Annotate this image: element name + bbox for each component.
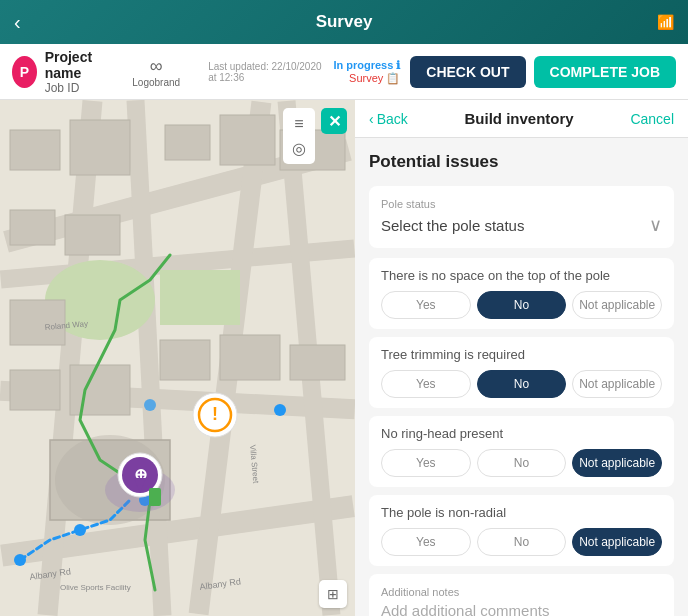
additional-notes-field[interactable]: Additional notes Add additional comments…	[369, 574, 674, 616]
last-updated: Last updated: 22/10/2020 at 12:36	[208, 61, 325, 83]
complete-job-button[interactable]: COMPLETE JOB	[534, 56, 676, 88]
toggle-yes-4[interactable]: Yes	[381, 528, 471, 556]
project-name: Project name	[45, 49, 113, 81]
brand-name: Logobrand	[132, 77, 180, 88]
expand-icon: ⊞	[327, 586, 339, 602]
chevron-down-icon: ∨	[649, 214, 662, 236]
svg-rect-9	[10, 130, 60, 170]
question-text-3: No ring-head present	[381, 426, 662, 441]
svg-rect-39	[149, 488, 161, 506]
additional-notes-placeholder: Add additional comments	[381, 602, 662, 616]
toggle-no-4[interactable]: No	[477, 528, 567, 556]
question-text-1: There is no space on the top of the pole	[381, 268, 662, 283]
job-id: Job ID	[45, 81, 113, 95]
map-controls: ≡ ◎	[283, 108, 315, 164]
toggle-no-1[interactable]: No	[477, 291, 567, 319]
nav-back-button[interactable]: ‹ Back	[369, 111, 408, 127]
map-zoom-button[interactable]: ⊞	[319, 580, 347, 608]
toggle-na-2[interactable]: Not applicable	[572, 370, 662, 398]
toggle-yes-1[interactable]: Yes	[381, 291, 471, 319]
map-layers-button[interactable]: ≡	[287, 112, 311, 136]
svg-rect-22	[220, 335, 280, 380]
project-icon: P	[12, 56, 37, 88]
project-info: P Project name Job ID ∞ Logobrand Last u…	[12, 49, 333, 95]
svg-point-30	[274, 404, 286, 416]
status-area: In progress ℹ Survey 📋	[333, 59, 400, 85]
section-title: Potential issues	[369, 152, 674, 172]
toggle-no-3[interactable]: No	[477, 449, 567, 477]
right-panel: ‹ Back Build inventory Cancel Potential …	[355, 100, 688, 616]
header-row: P Project name Job ID ∞ Logobrand Last u…	[0, 44, 688, 100]
in-progress-status: In progress ℹ	[333, 59, 400, 72]
toggle-group-1: Yes No Not applicable	[381, 291, 662, 319]
pole-status-label: Pole status	[381, 198, 662, 210]
toggle-na-1[interactable]: Not applicable	[572, 291, 662, 319]
back-arrow-icon[interactable]: ‹	[14, 11, 21, 34]
pole-status-dropdown[interactable]: Select the pole status ∨	[381, 214, 662, 236]
svg-point-26	[14, 554, 26, 566]
question-row-4: The pole is non-radial Yes No Not applic…	[369, 495, 674, 566]
toggle-group-3: Yes No Not applicable	[381, 449, 662, 477]
panel-nav: ‹ Back Build inventory Cancel	[355, 100, 688, 138]
wifi-icon: 📶	[657, 14, 674, 30]
toggle-group-4: Yes No Not applicable	[381, 528, 662, 556]
toggle-yes-3[interactable]: Yes	[381, 449, 471, 477]
pole-status-value: Select the pole status	[381, 217, 524, 234]
chevron-left-icon: ‹	[369, 111, 374, 127]
map-location-button[interactable]: ◎	[287, 136, 311, 160]
toggle-yes-2[interactable]: Yes	[381, 370, 471, 398]
survey-status: Survey 📋	[349, 72, 400, 85]
svg-rect-14	[220, 115, 275, 165]
panel-content: Potential issues Pole status Select the …	[355, 138, 688, 616]
map-close-button[interactable]: ✕	[321, 108, 347, 134]
question-text-4: The pole is non-radial	[381, 505, 662, 520]
top-bar: ‹ Survey 📶	[0, 0, 688, 44]
svg-rect-13	[165, 125, 210, 160]
svg-rect-21	[160, 340, 210, 380]
svg-text:Olive Sports Facility: Olive Sports Facility	[60, 583, 131, 592]
svg-point-27	[74, 524, 86, 536]
svg-rect-19	[10, 370, 60, 410]
svg-text:!: !	[212, 404, 218, 424]
svg-point-29	[144, 399, 156, 411]
svg-rect-12	[65, 215, 120, 255]
content-area: ! ⊕ Albany Rd Albany Rd Villa Street Oli…	[0, 100, 688, 616]
project-text: Project name Job ID	[45, 49, 113, 95]
page-title: Survey	[316, 12, 373, 32]
toggle-no-2[interactable]: No	[477, 370, 567, 398]
toggle-na-4[interactable]: Not applicable	[572, 528, 662, 556]
question-row-1: There is no space on the top of the pole…	[369, 258, 674, 329]
toggle-group-2: Yes No Not applicable	[381, 370, 662, 398]
svg-rect-17	[160, 270, 240, 325]
logo-brand: ∞ Logobrand	[132, 56, 180, 88]
question-row-3: No ring-head present Yes No Not applicab…	[369, 416, 674, 487]
brand-icon: ∞	[150, 56, 163, 77]
question-row-2: Tree trimming is required Yes No Not app…	[369, 337, 674, 408]
panel-title: Build inventory	[408, 110, 631, 127]
svg-rect-11	[10, 210, 55, 245]
question-text-2: Tree trimming is required	[381, 347, 662, 362]
svg-rect-10	[70, 120, 130, 175]
svg-rect-23	[290, 345, 345, 380]
map-area: ! ⊕ Albany Rd Albany Rd Villa Street Oli…	[0, 100, 355, 616]
checkout-button[interactable]: CHECK OUT	[410, 56, 525, 88]
additional-notes-label: Additional notes	[381, 586, 662, 598]
toggle-na-3[interactable]: Not applicable	[572, 449, 662, 477]
cancel-button[interactable]: Cancel	[630, 111, 674, 127]
pole-status-field[interactable]: Pole status Select the pole status ∨	[369, 186, 674, 248]
svg-rect-20	[70, 365, 130, 415]
